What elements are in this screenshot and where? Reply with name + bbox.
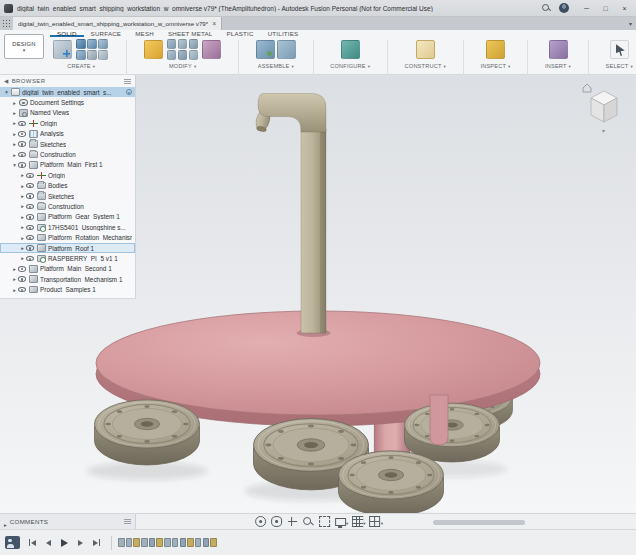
appearance-icon[interactable] xyxy=(202,40,221,59)
viewport[interactable]: ▾ ◀ BROWSER ▾digital_twin_enabled_smart_… xyxy=(0,75,636,513)
ribbon-tab-solid[interactable]: SOLID xyxy=(50,30,84,37)
expand-comments-icon[interactable] xyxy=(4,513,7,531)
browser-item-sketches[interactable]: ▸Sketches xyxy=(0,139,135,149)
browser-item-17hs5401-usongshine-s[interactable]: ▸17HS5401_Usongshine s... xyxy=(0,222,135,232)
sweep-icon[interactable] xyxy=(98,39,108,49)
search-icon[interactable] xyxy=(542,4,551,13)
collaborators-icon[interactable] xyxy=(5,536,20,549)
collapsed-arrow-icon[interactable]: ▸ xyxy=(11,266,18,272)
document-tab[interactable]: digital_twin_enabled_smart_shipping_work… xyxy=(13,17,222,30)
skip-start-button[interactable] xyxy=(26,536,39,549)
ribbon-group-label[interactable]: CONSTRUCT xyxy=(405,63,446,69)
chevron-down-icon[interactable]: ▾ xyxy=(363,521,365,526)
component-activate-radio[interactable] xyxy=(126,89,132,95)
timeline-marker[interactable] xyxy=(180,538,187,547)
visibility-eye-icon[interactable] xyxy=(18,162,26,168)
collapse-panel-icon[interactable]: ◀ xyxy=(4,78,9,84)
ribbon-tab-surface[interactable]: SURFACE xyxy=(84,30,129,37)
measure-icon[interactable] xyxy=(486,40,505,59)
browser-item-platform-main-second-1[interactable]: ▸Platform_Main_Second 1 xyxy=(0,264,135,274)
visibility-eye-icon[interactable] xyxy=(26,193,34,199)
browser-item-document-settings[interactable]: ▸Document Settings xyxy=(0,97,135,107)
visibility-eye-icon[interactable] xyxy=(26,225,34,231)
wheel[interactable] xyxy=(405,403,500,462)
browser-item-sketches[interactable]: ▸Sketches xyxy=(0,191,135,201)
user-avatar[interactable] xyxy=(559,3,569,13)
timeline-marker[interactable] xyxy=(126,538,133,547)
browser-item-platform-rotation-mechanism-1[interactable]: ▸Platform_Rotation_Mechanism 1 xyxy=(0,232,135,242)
chevron-down-icon[interactable]: ▾ xyxy=(346,521,348,526)
browser-item-product-samples-1[interactable]: ▸Product_Samples 1 xyxy=(0,284,135,294)
ribbon-group-label[interactable]: SELECT xyxy=(606,63,633,69)
collapsed-arrow-icon[interactable]: ▸ xyxy=(19,183,26,189)
step-back-button[interactable] xyxy=(42,536,55,549)
collapsed-arrow-icon[interactable]: ▸ xyxy=(19,214,26,220)
panel-handle-icon[interactable] xyxy=(124,79,131,84)
timeline-marker[interactable] xyxy=(118,538,125,547)
collapsed-arrow-icon[interactable]: ▸ xyxy=(19,255,26,261)
view-cube[interactable]: ▾ xyxy=(580,79,628,137)
ribbon-tab-sheet-metal[interactable]: SHEET METAL xyxy=(161,30,220,37)
collapsed-arrow-icon[interactable]: ▸ xyxy=(11,141,18,147)
ribbon-group-label[interactable]: CONFIGURE xyxy=(330,63,370,69)
collapsed-arrow-icon[interactable]: ▸ xyxy=(11,152,18,158)
browser-item-raspberry-pi-5-v1-1[interactable]: ▸RASPBERRY_PI_5 v1 1 xyxy=(0,253,135,263)
timeline-marker[interactable] xyxy=(203,538,210,547)
timeline-marker[interactable] xyxy=(156,538,163,547)
browser-item-named-views[interactable]: ▸Named Views xyxy=(0,108,135,118)
ribbon-group-label[interactable]: INSERT xyxy=(545,63,571,69)
revolve-icon[interactable] xyxy=(87,39,97,49)
wheel[interactable] xyxy=(95,400,200,465)
collapsed-arrow-icon[interactable]: ▸ xyxy=(19,172,26,178)
browser-item-transportation-mechanism-1[interactable]: ▸Transportation_Mechanism 1 xyxy=(0,274,135,284)
document-tab-close-icon[interactable]: × xyxy=(212,20,216,27)
chevron-down-icon[interactable]: ▾ xyxy=(629,20,632,27)
browser-item-platform-main-first-1[interactable]: ▾Platform_Main_First 1 xyxy=(0,160,135,170)
close-button[interactable]: × xyxy=(617,2,632,15)
browser-item-analysis[interactable]: ▸Analysis xyxy=(0,129,135,139)
visibility-eye-icon[interactable] xyxy=(18,266,26,272)
visibility-eye-icon[interactable] xyxy=(26,204,34,210)
collapsed-arrow-icon[interactable]: ▸ xyxy=(11,276,18,282)
play-button[interactable] xyxy=(58,536,71,549)
visibility-eye-icon[interactable] xyxy=(26,256,34,262)
fit-icon[interactable] xyxy=(319,516,330,527)
browser-item-bodies[interactable]: ▸Bodies xyxy=(0,181,135,191)
thread-icon[interactable] xyxy=(98,50,108,60)
timeline-marker[interactable] xyxy=(141,538,148,547)
collapsed-arrow-icon[interactable]: ▸ xyxy=(19,193,26,199)
visibility-eye-icon[interactable] xyxy=(18,141,26,147)
press-pull-icon[interactable] xyxy=(144,40,163,59)
collapsed-arrow-icon[interactable]: ▸ xyxy=(19,224,26,230)
insert-derive-icon[interactable] xyxy=(549,40,568,59)
visibility-eye-icon[interactable] xyxy=(18,276,26,282)
viewports-icon[interactable] xyxy=(369,516,380,527)
browser-item-origin[interactable]: ▸Origin xyxy=(0,170,135,180)
visibility-eye-icon[interactable] xyxy=(18,152,26,158)
visibility-eye-icon[interactable] xyxy=(18,131,26,137)
timeline-marker[interactable] xyxy=(195,538,202,547)
visibility-eye-icon[interactable] xyxy=(18,121,26,127)
zoom-icon[interactable] xyxy=(303,516,314,527)
collapsed-arrow-icon[interactable]: ▸ xyxy=(11,110,18,116)
mount-bracket[interactable] xyxy=(430,395,448,445)
select-cursor-icon[interactable] xyxy=(610,40,629,59)
timeline-marker[interactable] xyxy=(149,538,156,547)
timeline-marker[interactable] xyxy=(172,538,179,547)
timeline-marker[interactable] xyxy=(210,538,217,547)
comments-panel[interactable]: COMMENTS xyxy=(0,514,136,529)
step-forward-button[interactable] xyxy=(74,536,87,549)
skip-end-button[interactable] xyxy=(90,536,103,549)
visibility-eye-icon[interactable] xyxy=(26,214,34,220)
browser-item-construction[interactable]: ▸Construction xyxy=(0,149,135,159)
browser-item-construction[interactable]: ▸Construction xyxy=(0,201,135,211)
configuration-table-icon[interactable] xyxy=(341,40,360,59)
browser-item-digital-twin-enabled-smart-s[interactable]: ▾digital_twin_enabled_smart_s... xyxy=(0,87,135,97)
expanded-arrow-icon[interactable]: ▾ xyxy=(11,162,18,168)
app-grid-icon[interactable] xyxy=(0,17,13,30)
browser-item-platform-gear-system-1[interactable]: ▸Platform_Gear_System 1 xyxy=(0,212,135,222)
grid-snap-icon[interactable] xyxy=(352,516,363,527)
collapsed-arrow-icon[interactable]: ▸ xyxy=(19,245,26,251)
collapsed-arrow-icon[interactable]: ▸ xyxy=(11,287,18,293)
as-built-joint-icon[interactable] xyxy=(277,40,296,59)
